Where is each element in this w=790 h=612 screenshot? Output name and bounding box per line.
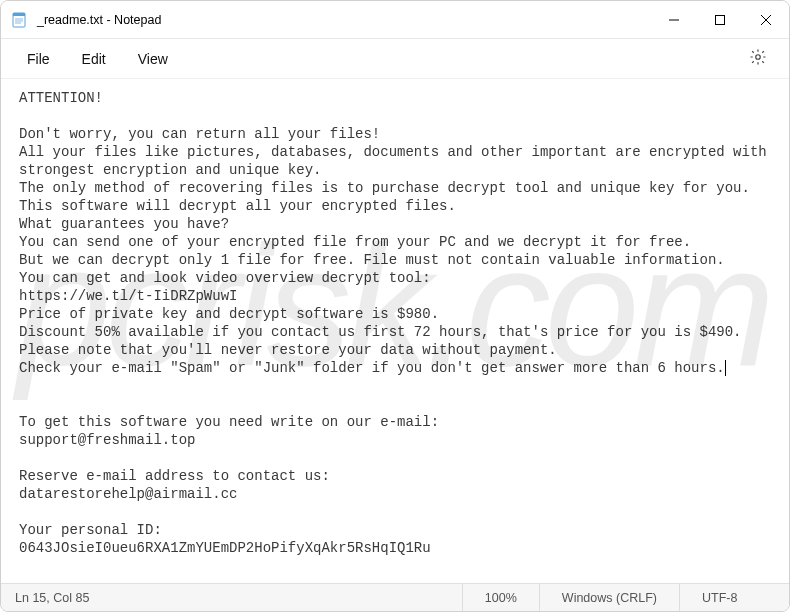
menu-file[interactable]: File bbox=[15, 45, 62, 73]
text-line: Check your e-mail "Spam" or "Junk" folde… bbox=[19, 360, 726, 376]
text-line: Price of private key and decrypt softwar… bbox=[19, 306, 439, 322]
menu-edit[interactable]: Edit bbox=[70, 45, 118, 73]
text-line: Please note that you'll never restore yo… bbox=[19, 342, 557, 358]
text-line: support@freshmail.top bbox=[19, 432, 195, 448]
notepad-icon bbox=[11, 12, 27, 28]
window-title: _readme.txt - Notepad bbox=[37, 13, 651, 27]
status-zoom: 100% bbox=[462, 584, 539, 611]
text-line: All your files like pictures, databases,… bbox=[19, 144, 767, 160]
maximize-button[interactable] bbox=[697, 1, 743, 38]
menu-view[interactable]: View bbox=[126, 45, 180, 73]
text-line: To get this software you need write on o… bbox=[19, 414, 439, 430]
text-line: What guarantees you have? bbox=[19, 216, 229, 232]
status-encoding: UTF-8 bbox=[679, 584, 789, 611]
text-line: datarestorehelp@airmail.cc bbox=[19, 486, 237, 502]
text-line: Reserve e-mail address to contact us: bbox=[19, 468, 330, 484]
text-line: You can get and look video overview decr… bbox=[19, 270, 431, 286]
minimize-button[interactable] bbox=[651, 1, 697, 38]
text-line: ATTENTION! bbox=[19, 90, 103, 106]
svg-rect-6 bbox=[716, 15, 725, 24]
text-line: You can send one of your encrypted file … bbox=[19, 234, 691, 250]
text-line: Your personal ID: bbox=[19, 522, 162, 538]
text-line: Discount 50% available if you contact us… bbox=[19, 324, 742, 340]
text-line: 0643JOsieI0ueu6RXA1ZmYUEmDP2HoPifyXqAkr5… bbox=[19, 540, 431, 556]
text-area[interactable]: ATTENTION! Don't worry, you can return a… bbox=[1, 79, 789, 583]
text-line: Don't worry, you can return all your fil… bbox=[19, 126, 380, 142]
titlebar: _readme.txt - Notepad bbox=[1, 1, 789, 39]
svg-point-9 bbox=[756, 54, 761, 59]
close-button[interactable] bbox=[743, 1, 789, 38]
settings-button[interactable] bbox=[741, 42, 775, 76]
text-line: The only method of recovering files is t… bbox=[19, 180, 750, 196]
text-line: https://we.tl/t-IiDRZpWuwI bbox=[19, 288, 237, 304]
status-position: Ln 15, Col 85 bbox=[1, 584, 111, 611]
window-controls bbox=[651, 1, 789, 38]
text-line: strongest encryption and unique key. bbox=[19, 162, 321, 178]
menubar: File Edit View bbox=[1, 39, 789, 79]
svg-rect-1 bbox=[13, 13, 25, 16]
text-line: But we can decrypt only 1 file for free.… bbox=[19, 252, 725, 268]
text-line: This software will decrypt all your encr… bbox=[19, 198, 456, 214]
status-eol: Windows (CRLF) bbox=[539, 584, 679, 611]
statusbar: Ln 15, Col 85 100% Windows (CRLF) UTF-8 bbox=[1, 583, 789, 611]
